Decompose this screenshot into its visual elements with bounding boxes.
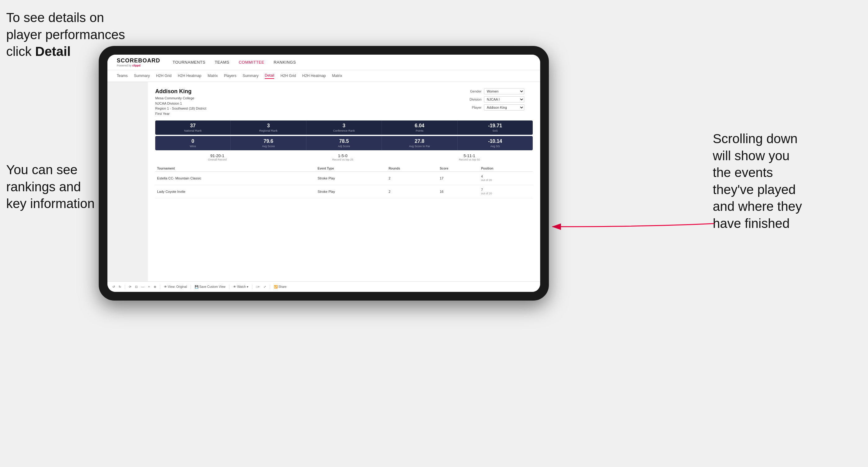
stat-avg-score: 79.6 Avg Score <box>231 136 306 150</box>
stat-avg-score-to-par-value: 27.8 <box>385 138 454 144</box>
stat-national-rank-label: National Rank <box>158 129 227 132</box>
annotation-line2: player performances <box>6 27 125 42</box>
main-panel: Addison King Mesa Community College NJCA… <box>148 82 540 281</box>
stat-sos-label: SoS <box>461 129 530 132</box>
subnav-players[interactable]: Players <box>224 73 236 79</box>
record-top50: 5-11-1 Record vs top 50 <box>459 153 480 161</box>
col-rounds: Rounds <box>387 165 438 172</box>
filter-division-label: Division <box>464 97 482 101</box>
col-position: Position <box>479 165 533 172</box>
records-row: 91-20-1 Overall Record 1-5-0 Record vs t… <box>155 153 533 161</box>
stat-wins-label: Wins <box>158 145 227 148</box>
toolbar-share[interactable]: 🔁 Share <box>274 285 286 288</box>
toolbar-save-custom[interactable]: 💾 Save Custom View <box>195 285 225 288</box>
stat-points-label: Points <box>385 129 454 132</box>
subnav-h2h-grid2[interactable]: H2H Grid <box>280 73 296 79</box>
subnav-detail[interactable]: Detail <box>265 73 274 79</box>
annotation-line3-bold: Detail <box>35 44 70 59</box>
toolbar-screen[interactable]: □+ <box>256 285 260 288</box>
player-filters: Gender Women Men Division NJCAA I NJCAA … <box>464 88 533 111</box>
row1-position: 4out of 20 <box>479 172 533 185</box>
col-event-type: Event Type <box>316 165 387 172</box>
subnav-h2h-heatmap[interactable]: H2H Heatmap <box>178 73 202 79</box>
bottom-toolbar: ↺ ↻ ⟳ ⊡ — + ⊕ 👁 View: Original 💾 Save Cu… <box>107 281 540 292</box>
record-overall-value: 91-20-1 <box>208 153 227 158</box>
toolbar-redo[interactable]: ↻ <box>119 285 121 288</box>
nav-committee[interactable]: COMMITTEE <box>239 60 265 65</box>
row2-rounds: 2 <box>387 185 438 198</box>
stat-regional-rank-value: 3 <box>234 123 303 129</box>
record-top25-value: 1-5-0 <box>332 153 353 158</box>
filter-player-select[interactable]: Addison King <box>484 104 524 111</box>
stat-avg-score-to-par-label: Avg Score to Par <box>385 145 454 148</box>
row2-event-type: Stroke Play <box>316 185 387 198</box>
filter-player-label: Player <box>464 105 482 109</box>
stats-row-2: 0 Wins 79.6 Avg Score 78.5 Adj Score 27.… <box>155 136 533 150</box>
toolbar-sep6 <box>270 285 270 289</box>
record-top25: 1-5-0 Record vs top 25 <box>332 153 353 161</box>
player-year: First Year <box>155 111 206 117</box>
stat-avg-sg-value: -10.14 <box>461 138 530 144</box>
record-top25-label: Record vs top 25 <box>332 158 353 161</box>
row1-rounds: 2 <box>387 172 438 185</box>
annotation-r-line4: they've played <box>713 182 796 197</box>
player-header: Addison King Mesa Community College NJCA… <box>155 88 533 116</box>
toolbar-clock[interactable]: ⊕ <box>154 285 156 288</box>
subnav-h2h-heatmap2[interactable]: H2H Heatmap <box>302 73 326 79</box>
content-area: Addison King Mesa Community College NJCA… <box>107 82 540 281</box>
record-top50-label: Record vs top 50 <box>459 158 480 161</box>
stat-regional-rank: 3 Regional Rank <box>231 121 306 135</box>
toolbar-undo[interactable]: ↺ <box>113 285 115 288</box>
stat-avg-score-to-par: 27.8 Avg Score to Par <box>382 136 457 150</box>
filter-division-select[interactable]: NJCAA I NJCAA II <box>484 96 524 102</box>
subnav-teams[interactable]: Teams <box>117 73 128 79</box>
player-school: Mesa Community College <box>155 96 206 101</box>
stat-adj-score: 78.5 Adj Score <box>306 136 382 150</box>
annotation-line1: To see details on <box>6 10 104 25</box>
table-header-row: Tournament Event Type Rounds Score Posit… <box>155 165 533 172</box>
tablet-screen: SCOREBOARD Powered by clippd TOURNAMENTS… <box>107 55 540 292</box>
annotation-r-line2: will show you <box>713 148 789 163</box>
toolbar-view-original[interactable]: 👁 View: Original <box>164 285 187 288</box>
toolbar-minus[interactable]: — <box>141 285 144 288</box>
toolbar-refresh[interactable]: ⟳ <box>129 285 131 288</box>
toolbar-sep5 <box>252 285 252 289</box>
subnav-summary2[interactable]: Summary <box>243 73 258 79</box>
toolbar-sep2 <box>160 285 160 289</box>
filter-gender-select[interactable]: Women Men <box>484 88 524 94</box>
toolbar-expand[interactable]: ⤢ <box>264 285 266 288</box>
annotation-bl-line3: key information <box>6 196 95 211</box>
annotation-r-line3: the events <box>713 165 773 180</box>
toolbar-grid[interactable]: ⊡ <box>135 285 137 288</box>
subnav-matrix2[interactable]: Matrix <box>332 73 342 79</box>
stat-conference-rank-label: Conference Rank <box>310 129 378 132</box>
player-name: Addison King <box>155 88 206 95</box>
stat-points: 6.04 Points <box>382 121 457 135</box>
nav-teams[interactable]: TEAMS <box>215 60 229 65</box>
stat-wins-value: 0 <box>158 138 227 144</box>
toolbar-watch[interactable]: 👁 Watch ▾ <box>233 285 248 288</box>
stat-sos: -19.71 SoS <box>458 121 533 135</box>
row2-score: 16 <box>438 185 479 198</box>
row1-event-type: Stroke Play <box>316 172 387 185</box>
record-overall: 91-20-1 Overall Record <box>208 153 227 161</box>
stat-conference-rank-value: 3 <box>310 123 378 129</box>
filter-gender-label: Gender <box>464 89 482 93</box>
toolbar-sep4 <box>229 285 229 289</box>
stat-regional-rank-label: Regional Rank <box>234 129 303 132</box>
logo-area: SCOREBOARD Powered by clippd <box>117 57 160 67</box>
row1-tournament: Estella CC- Mountain Classic <box>155 172 316 185</box>
stats-row-1: 37 National Rank 3 Regional Rank 3 Confe… <box>155 121 533 135</box>
nav-tournaments[interactable]: TOURNAMENTS <box>173 60 206 65</box>
subnav-matrix[interactable]: Matrix <box>208 73 218 79</box>
stat-wins: 0 Wins <box>155 136 231 150</box>
annotation-r-line5: and where they <box>713 199 802 214</box>
toolbar-plus[interactable]: + <box>148 285 150 288</box>
subnav-h2h-grid[interactable]: H2H Grid <box>156 73 172 79</box>
nav-rankings[interactable]: RANKINGS <box>274 60 296 65</box>
stat-avg-sg: -10.14 Avg SG <box>458 136 533 150</box>
subnav-summary[interactable]: Summary <box>134 73 150 79</box>
annotation-bl-line2: rankings and <box>6 180 81 194</box>
stat-conference-rank: 3 Conference Rank <box>306 121 382 135</box>
top-nav: SCOREBOARD Powered by clippd TOURNAMENTS… <box>107 55 540 70</box>
